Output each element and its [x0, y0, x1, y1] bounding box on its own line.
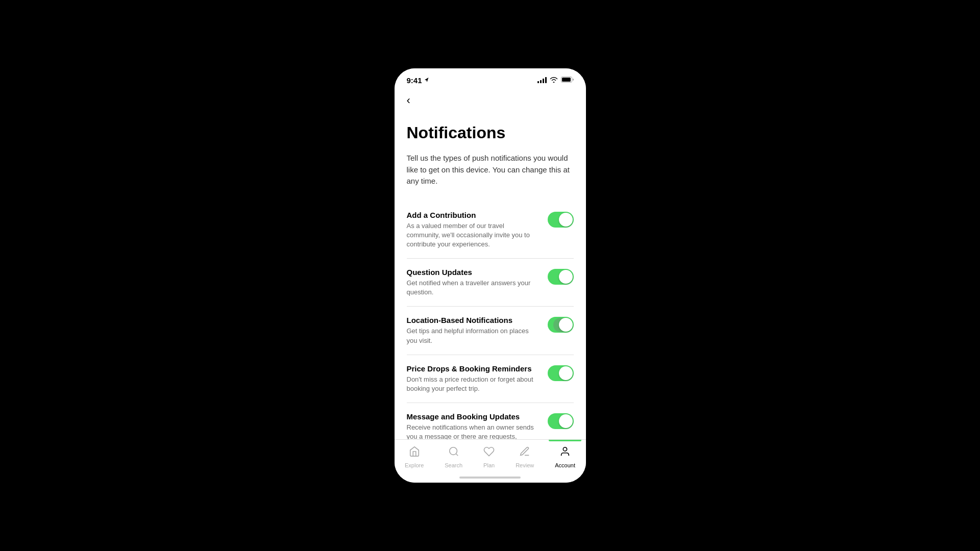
notif-desc: Don't miss a price reduction or forget a… [407, 375, 540, 393]
notif-title: Add a Contribution [407, 211, 540, 219]
svg-point-4 [563, 447, 567, 451]
review-icon [519, 446, 530, 460]
explore-label: Explore [405, 462, 424, 468]
status-time: 9:41 [407, 76, 429, 85]
notif-text: Add a Contribution As a valued member of… [407, 211, 548, 249]
page-title: Notifications [407, 123, 574, 142]
notification-item-location-based: Location-Based Notifications Get tips an… [407, 307, 574, 355]
account-icon [559, 446, 571, 460]
notif-text: Question Updates Get notified when a tra… [407, 268, 548, 297]
review-label: Review [516, 462, 534, 468]
plan-icon [483, 446, 495, 460]
home-indicator-bar [459, 477, 521, 479]
notif-desc: As a valued member of our travel communi… [407, 221, 540, 249]
toggle-add-contribution[interactable] [548, 212, 574, 228]
notif-text: Location-Based Notifications Get tips an… [407, 316, 548, 345]
status-bar: 9:41 [395, 68, 586, 88]
svg-rect-1 [562, 78, 571, 82]
toggle-question-updates[interactable] [548, 269, 574, 285]
notification-item-message-booking: Message and Booking Updates Receive noti… [407, 403, 574, 439]
notif-title: Price Drops & Booking Reminders [407, 364, 540, 373]
tab-review[interactable]: Review [509, 444, 540, 470]
svg-line-3 [456, 454, 458, 456]
location-arrow-icon [424, 77, 429, 83]
notification-item-price-drops: Price Drops & Booking Reminders Don't mi… [407, 355, 574, 403]
notification-item-add-contribution: Add a Contribution As a valued member of… [407, 202, 574, 259]
notif-text: Price Drops & Booking Reminders Don't mi… [407, 364, 548, 393]
phone-frame: 9:41 [395, 68, 586, 483]
search-label: Search [445, 462, 462, 468]
tab-search[interactable]: Search [438, 444, 469, 470]
tab-explore[interactable]: Explore [399, 444, 430, 470]
page-description: Tell us the types of push notifications … [407, 153, 574, 187]
content-area: Notifications Tell us the types of push … [395, 113, 586, 439]
notif-title: Question Updates [407, 268, 540, 277]
nav-bar: ‹ [395, 88, 586, 113]
status-icons [537, 76, 574, 85]
account-label: Account [555, 462, 575, 468]
toggle-price-drops[interactable] [548, 365, 574, 381]
notif-title: Location-Based Notifications [407, 316, 540, 324]
tab-bar: Explore Search Plan [395, 439, 586, 472]
account-active-bar [549, 440, 581, 441]
toggle-message-booking[interactable] [548, 413, 574, 429]
back-button[interactable]: ‹ [405, 92, 412, 109]
notification-list: Add a Contribution As a valued member of… [407, 202, 574, 440]
notif-desc: Get tips and helpful information on plac… [407, 327, 540, 345]
wifi-icon [550, 77, 558, 84]
notification-item-question-updates: Question Updates Get notified when a tra… [407, 259, 574, 307]
toggle-location-based[interactable] [548, 317, 574, 333]
plan-label: Plan [483, 462, 495, 468]
search-icon [448, 446, 459, 460]
home-indicator [395, 472, 586, 483]
battery-icon [561, 76, 574, 85]
tab-plan[interactable]: Plan [477, 444, 501, 470]
tab-account[interactable]: Account [549, 444, 581, 470]
explore-icon [409, 446, 420, 460]
svg-point-2 [449, 447, 457, 455]
signal-bars-icon [537, 77, 547, 83]
notif-text: Message and Booking Updates Receive noti… [407, 412, 548, 439]
notif-desc: Get notified when a traveller answers yo… [407, 279, 540, 297]
notif-title: Message and Booking Updates [407, 412, 540, 421]
notif-desc: Receive notifications when an owner send… [407, 423, 540, 439]
